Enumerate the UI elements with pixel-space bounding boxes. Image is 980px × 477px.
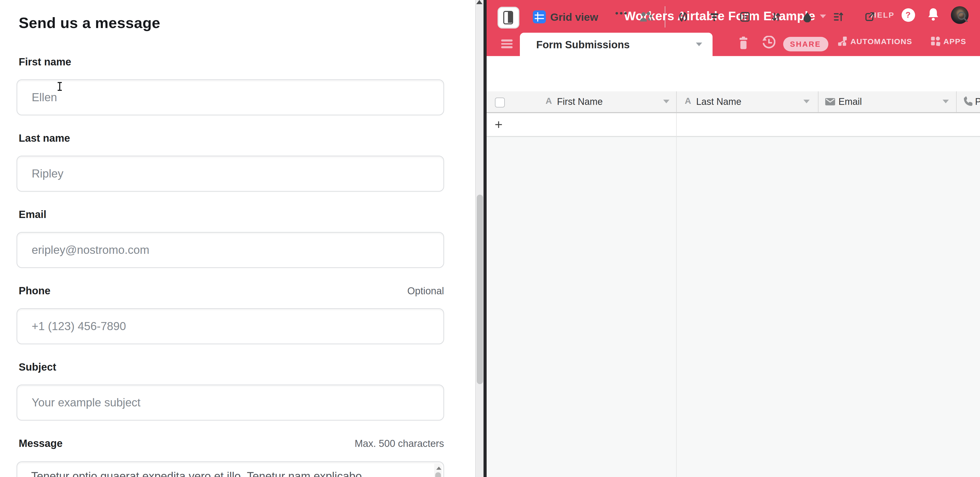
column-header-last-name[interactable]: Last Name xyxy=(696,97,741,108)
textarea-scrollbar-thumb[interactable] xyxy=(435,472,441,477)
email-input[interactable]: eripley@nostromo.com xyxy=(17,232,444,268)
grid-view-icon[interactable] xyxy=(533,10,546,23)
row-height-icon[interactable] xyxy=(832,11,843,22)
tab-form-submissions[interactable]: Form Submissions xyxy=(520,33,712,56)
airtable-window: Workers Airtable Form Example HELP ? For… xyxy=(486,0,980,477)
add-record-row[interactable] xyxy=(486,113,980,137)
last-name-placeholder: Ripley xyxy=(32,167,64,181)
sort-icon[interactable] xyxy=(770,11,781,22)
grid-body-column-divider xyxy=(676,113,677,477)
column-divider[interactable] xyxy=(818,91,818,112)
column-divider[interactable] xyxy=(676,91,677,112)
base-title-caret-icon xyxy=(820,14,826,18)
add-record-plus-icon[interactable]: + xyxy=(495,118,503,132)
text-cursor-icon xyxy=(57,82,62,91)
first-name-placeholder: Ellen xyxy=(32,90,57,104)
share-button[interactable]: SHARE xyxy=(783,37,828,51)
apps-icon xyxy=(931,36,940,46)
textarea-scroll-up-icon[interactable] xyxy=(436,467,441,470)
column-header-phone[interactable]: Phone xyxy=(975,97,980,108)
subject-input[interactable]: Your example subject xyxy=(17,385,444,420)
phone-label: Phone xyxy=(19,285,50,297)
phone-input[interactable]: +1 (123) 456-7890 xyxy=(17,308,444,344)
toolbar-divider xyxy=(665,6,665,27)
view-options-ellipsis-icon[interactable]: ••• xyxy=(615,8,628,19)
subject-label: Subject xyxy=(19,361,56,373)
apps-button[interactable]: APPS xyxy=(931,36,966,46)
column-header-email[interactable]: Email xyxy=(838,97,862,108)
email-placeholder: eripley@nostromo.com xyxy=(32,243,149,257)
trash-icon[interactable] xyxy=(738,36,749,49)
column-caret-icon[interactable] xyxy=(942,100,948,103)
table-menu-icon[interactable] xyxy=(501,40,512,48)
view-sidebar-toggle-button[interactable] xyxy=(497,7,519,29)
screenshot-stage: Send us a message First name Ellen Last … xyxy=(0,0,980,477)
view-name-label[interactable]: Grid view xyxy=(550,11,598,23)
message-text-value: Tenetur optio quaerat expedita vero et i… xyxy=(31,470,362,477)
last-name-label: Last name xyxy=(19,132,70,144)
group-icon[interactable] xyxy=(739,11,750,22)
column-divider[interactable] xyxy=(956,91,957,112)
email-field-type-icon xyxy=(825,98,835,105)
contact-form-pane: Send us a message First name Ellen Last … xyxy=(0,0,475,477)
select-all-checkbox[interactable] xyxy=(495,98,504,108)
view-toolbar xyxy=(486,56,980,92)
subject-placeholder: Your example subject xyxy=(32,396,140,409)
automations-icon xyxy=(837,36,847,46)
phone-field-type-icon xyxy=(963,97,973,107)
window-edge-divider xyxy=(484,0,486,477)
message-label: Message xyxy=(19,437,62,450)
hide-fields-icon[interactable] xyxy=(678,11,688,22)
filter-icon[interactable] xyxy=(709,11,719,22)
base-title[interactable]: Workers Airtable Form Example xyxy=(624,9,826,23)
grid-column-header-row: A First Name A Last Name Email Phone xyxy=(486,91,980,113)
share-view-icon[interactable] xyxy=(864,11,875,22)
first-name-label: First name xyxy=(19,56,71,68)
text-field-type-icon: A xyxy=(546,96,552,106)
first-name-input[interactable]: Ellen xyxy=(17,79,444,115)
page-scrollbar-thumb[interactable] xyxy=(477,195,483,384)
tab-caret-icon[interactable] xyxy=(696,43,702,46)
column-caret-icon[interactable] xyxy=(803,100,810,103)
search-icon[interactable] xyxy=(956,11,968,22)
last-name-input[interactable]: Ripley xyxy=(17,156,444,192)
sidebar-panel-icon xyxy=(503,11,513,24)
column-header-first-name[interactable]: First Name xyxy=(557,97,603,108)
phone-placeholder: +1 (123) 456-7890 xyxy=(32,320,126,333)
collaborators-icon[interactable] xyxy=(639,10,653,23)
scrollbar-up-arrow-icon[interactable] xyxy=(476,0,482,4)
help-question-icon[interactable]: ? xyxy=(901,8,915,22)
form-title: Send us a message xyxy=(19,14,160,32)
text-field-type-icon: A xyxy=(685,96,691,106)
column-caret-icon[interactable] xyxy=(663,100,669,103)
history-icon[interactable] xyxy=(762,36,775,49)
email-label: Email xyxy=(19,209,46,220)
phone-optional-note: Optional xyxy=(407,285,444,297)
notifications-bell-icon[interactable] xyxy=(927,8,939,21)
record-color-icon[interactable] xyxy=(802,11,813,22)
message-maxlength-note: Max. 500 characters xyxy=(355,438,444,450)
automations-button[interactable]: AUTOMATIONS xyxy=(837,36,912,46)
